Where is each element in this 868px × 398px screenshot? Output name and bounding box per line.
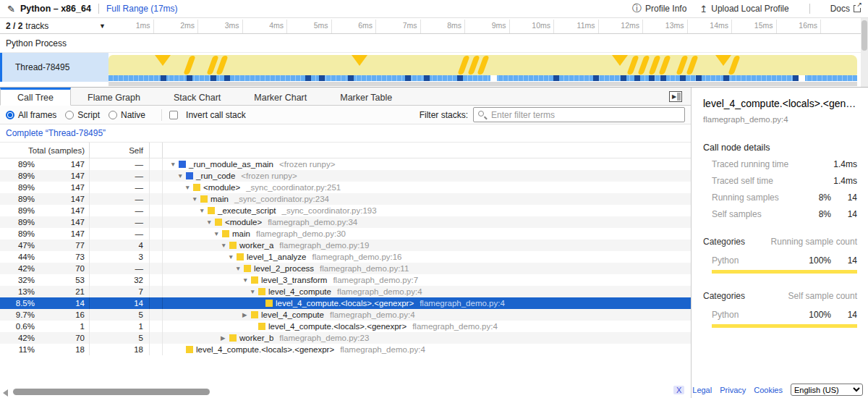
collapse-icon[interactable]: ▼ <box>206 219 215 226</box>
track-sample-strip[interactable] <box>109 75 857 81</box>
filter-label: Filter stacks: <box>420 110 468 120</box>
ruler-tick-label: 5ms <box>291 21 328 30</box>
total-percent-cell: 89% <box>0 160 36 169</box>
self-samples-cell: 1 <box>90 321 150 332</box>
file-location: flamegraph_demo.py:11 <box>320 264 409 273</box>
collapse-icon[interactable]: ▼ <box>242 276 251 284</box>
detail-row: Traced self time1.4ms <box>703 176 857 186</box>
scrollbar-thumb[interactable] <box>861 20 867 51</box>
radio-button-icon[interactable] <box>109 111 117 119</box>
call-tree-row[interactable]: 89%147—▼_execute_script_sync_coordinator… <box>0 205 691 216</box>
call-tree-row[interactable]: 89%147—▼mainflamegraph_demo.py:30 <box>0 228 691 240</box>
marker-triangle-icon[interactable] <box>612 55 628 66</box>
call-tree-row[interactable]: 47%774▼worker_aflamegraph_demo.py:19 <box>0 240 691 251</box>
timeline-horizontal-scrollbar[interactable] <box>109 82 857 86</box>
function-name: level_4_compute.<locals>.<genexpr> <box>276 299 414 308</box>
expand-icon[interactable]: ▶ <box>221 334 229 342</box>
tree-cell: ▼main_sync_coordinator.py:234 <box>163 193 691 205</box>
call-tree-row[interactable]: 11%1818level_4_compute.<locals>.<genexpr… <box>0 344 691 355</box>
call-tree-row[interactable]: 8.5%1414level_4_compute.<locals>.<genexp… <box>0 297 691 309</box>
edit-pencil-icon[interactable]: ✎ <box>7 4 15 14</box>
call-node-details-header: Call node details <box>703 143 857 153</box>
collapse-icon[interactable]: ▼ <box>192 195 200 203</box>
collapse-icon[interactable]: ▼ <box>213 230 222 237</box>
call-tree-row[interactable]: 89%147—▼_run_module_as_main<frozen runpy… <box>0 158 691 170</box>
marker-slash-icon[interactable] <box>637 56 650 75</box>
profile-info-button[interactable]: ⓘ Profile Info <box>632 2 686 15</box>
collapse-icon[interactable]: ▼ <box>170 161 179 168</box>
call-node-details-list: Traced running time1.4msTraced self time… <box>703 159 857 219</box>
tab-stack-chart[interactable]: Stack Chart <box>157 88 237 106</box>
collapse-icon[interactable]: ▼ <box>199 207 208 214</box>
marker-slash-icon[interactable] <box>626 56 639 75</box>
filter-stacks-input[interactable] <box>473 107 685 122</box>
marker-slash-icon[interactable] <box>658 56 671 75</box>
complete-thread-link[interactable]: Complete “Thread-78495” <box>6 128 106 138</box>
radio-script[interactable]: Script <box>65 110 100 120</box>
radio-native[interactable]: Native <box>109 110 145 120</box>
scrollbar-thumb[interactable] <box>13 389 210 395</box>
collapse-icon[interactable]: ▼ <box>221 242 229 249</box>
footer-link-cookies[interactable]: Cookies <box>754 386 783 394</box>
call-tree-row[interactable]: 89%147—▼<module>_sync_coordinator.py:251 <box>0 182 691 193</box>
call-tree-row[interactable]: 89%147—▼main_sync_coordinator.py:234 <box>0 193 691 205</box>
sidebar-content: level_4_compute.<locals>.<genexpr> flame… <box>692 88 868 328</box>
tab-call-tree[interactable]: Call Tree <box>0 88 71 106</box>
expand-icon[interactable]: ▶ <box>242 311 251 318</box>
track-activity-canvas[interactable] <box>109 55 857 75</box>
total-percent-cell: 13% <box>0 287 36 296</box>
docs-link[interactable]: Docs <box>830 4 861 14</box>
self-column-header[interactable]: Self <box>90 143 150 158</box>
upload-profile-button[interactable]: ↥ Upload Local Profile <box>699 4 788 14</box>
invert-call-stack-toggle[interactable]: Invert call stack <box>169 110 246 120</box>
process-track-row[interactable]: Python Process <box>0 34 868 53</box>
sample-dark-segment <box>348 75 354 81</box>
footer-x-link[interactable]: X <box>673 386 684 394</box>
call-tree-row[interactable]: 44%733▼level_1_analyzeflamegraph_demo.py… <box>0 251 691 263</box>
call-tree-row[interactable]: 32%5332▼level_3_transformflamegraph_demo… <box>0 274 691 286</box>
icon-gap-cell <box>150 240 163 251</box>
category-icon <box>186 172 193 179</box>
call-tree-row[interactable]: 42%705▶worker_bflamegraph_demo.py:23 <box>0 332 691 344</box>
radio-button-icon[interactable] <box>65 111 74 119</box>
tab-marker-table[interactable]: Marker Table <box>323 88 409 106</box>
tab-marker-chart[interactable]: Marker Chart <box>237 88 323 106</box>
sidebar-toggle-button[interactable]: ▶ <box>669 91 682 102</box>
collapse-icon[interactable]: ▼ <box>250 288 258 295</box>
call-tree-row[interactable]: 42%70—▼level_2_processflamegraph_demo.py… <box>0 263 691 274</box>
self-samples-cell: 18 <box>90 344 150 355</box>
tab-flame-graph[interactable]: Flame Graph <box>71 88 157 106</box>
collapse-icon[interactable]: ▼ <box>228 253 237 261</box>
marker-triangle-icon[interactable] <box>155 55 171 66</box>
ruler-tick-label: 8ms <box>424 21 461 30</box>
scroll-left-arrow-icon[interactable] <box>3 389 8 397</box>
full-range-link[interactable]: Full Range (17ms) <box>106 4 178 14</box>
collapse-icon[interactable]: ▼ <box>184 184 193 191</box>
call-tree-row[interactable]: 13%217▼level_4_computeflamegraph_demo.py… <box>0 286 691 297</box>
marker-slash-icon[interactable] <box>183 56 195 75</box>
footer-link-legal[interactable]: Legal <box>692 386 712 394</box>
tracks-dropdown[interactable]: 2 / 2 tracks ▼ <box>6 18 107 34</box>
collapse-icon[interactable]: ▼ <box>235 265 244 272</box>
total-samples-cell: 70 <box>36 332 90 344</box>
timeline-vertical-scrollbar[interactable] <box>861 18 868 87</box>
call-tree-row[interactable]: 89%147—▼_run_code<frozen runpy> <box>0 170 691 182</box>
marker-triangle-icon[interactable] <box>352 55 367 66</box>
category-icon <box>258 323 265 330</box>
radio-all-frames[interactable]: All frames <box>6 110 56 120</box>
language-select[interactable]: English (US) <box>791 384 863 396</box>
file-location: flamegraph_demo.py:4 <box>337 287 422 296</box>
call-tree-row[interactable]: 89%147—▼<module>flamegraph_demo.py:34 <box>0 216 691 228</box>
invert-checkbox[interactable] <box>169 111 178 119</box>
marker-slash-icon[interactable] <box>686 56 698 75</box>
marker-triangle-icon[interactable] <box>715 55 731 66</box>
call-tree-row[interactable]: 0.6%11level_4_compute.<locals>.<genexpr>… <box>0 321 691 332</box>
footer-link-privacy[interactable]: Privacy <box>720 386 746 394</box>
collapse-icon[interactable]: ▼ <box>177 172 186 179</box>
radio-button-icon[interactable] <box>6 111 14 119</box>
thread-track-label[interactable]: Thread-78495 <box>0 53 109 82</box>
call-tree-row[interactable]: 9.7%165▶level_4_computeflamegraph_demo.p… <box>0 309 691 321</box>
category-row: Python100%14 <box>703 310 857 320</box>
function-name: _run_code <box>196 172 235 180</box>
total-samples-column-header[interactable]: Total (samples) <box>0 143 90 158</box>
